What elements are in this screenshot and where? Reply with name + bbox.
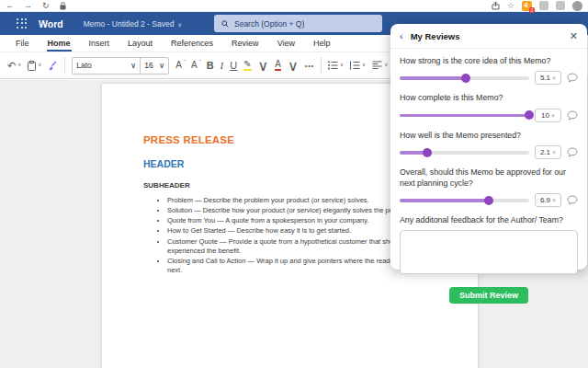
- question-label: How strong is the core idea of this Memo…: [400, 56, 578, 66]
- font-family-select[interactable]: Lato∨: [73, 58, 141, 74]
- chevron-down-icon: ∨: [130, 61, 136, 70]
- question-label: Overall, should this Memo be approved fo…: [400, 167, 578, 189]
- chevron-down-icon: ∨: [362, 63, 366, 68]
- paste-button[interactable]: ∨: [28, 61, 41, 71]
- panel-title: My Reviews: [411, 31, 570, 41]
- search-input[interactable]: Search (Option + Q): [214, 15, 382, 32]
- highlight-button[interactable]: ✎: [243, 60, 251, 71]
- review-question: How well is the Memo presented? 2.1 ×: [400, 131, 578, 159]
- chevron-down-icon: ∨: [258, 57, 269, 75]
- questions-container: How strong is the core idea of this Memo…: [400, 56, 578, 207]
- clear-score-icon[interactable]: ×: [552, 149, 556, 155]
- score-slider[interactable]: [400, 147, 529, 157]
- score-slider[interactable]: [400, 73, 529, 83]
- search-placeholder: Search (Option + Q): [234, 19, 304, 29]
- menu-item-help[interactable]: Help: [305, 36, 339, 52]
- paintbrush-icon: [48, 61, 58, 71]
- extension-icon[interactable]: [556, 1, 565, 10]
- score-value-box[interactable]: 5.1 ×: [535, 71, 561, 85]
- more-options-button[interactable]: •••: [305, 63, 314, 69]
- bold-button[interactable]: B: [207, 61, 214, 71]
- font-color-button[interactable]: A: [275, 60, 281, 71]
- score-value-box[interactable]: 10 ×: [535, 109, 561, 122]
- menu-item-insert[interactable]: Insert: [81, 36, 119, 52]
- feedback-textarea[interactable]: [400, 230, 578, 274]
- clear-score-icon[interactable]: ×: [552, 75, 556, 81]
- comment-bubble-icon[interactable]: [567, 73, 578, 83]
- underline-button[interactable]: U: [230, 61, 237, 71]
- chevron-down-icon: ∨: [159, 61, 164, 70]
- review-question: How strong is the core idea of this Memo…: [400, 56, 578, 85]
- numbered-list-icon: [350, 61, 360, 70]
- menu-item-file[interactable]: File: [7, 36, 38, 52]
- feedback-label: Any additonal feedback for the Author/ T…: [400, 215, 578, 224]
- score-value: 5.1: [540, 74, 550, 82]
- comment-bubble-icon[interactable]: [567, 195, 578, 205]
- question-label: How well is the Memo presented?: [400, 131, 578, 141]
- bookmark-star-icon[interactable]: ☆: [507, 2, 514, 10]
- reviews-extension-icon[interactable]: 4 0: [522, 1, 532, 11]
- italic-button[interactable]: I: [220, 61, 224, 71]
- chevron-down-icon: ∨: [17, 63, 21, 68]
- panel-body: How strong is the core idea of this Memo…: [390, 49, 587, 309]
- menu-item-home[interactable]: Home: [40, 36, 79, 52]
- browser-back-icon[interactable]: ←: [6, 2, 14, 10]
- bullet-list-button[interactable]: ∨: [328, 61, 344, 70]
- menu-item-review[interactable]: Review: [223, 36, 267, 52]
- score-slider[interactable]: [400, 110, 529, 121]
- menu-item-references[interactable]: References: [163, 36, 221, 52]
- comment-bubble-icon[interactable]: [567, 147, 578, 157]
- slider-thumb-icon[interactable]: [461, 74, 470, 83]
- score-value-box[interactable]: 2.1 ×: [535, 145, 561, 159]
- question-label: How complete is this Memo?: [400, 93, 578, 103]
- shrink-font-button[interactable]: Aˇ: [191, 61, 200, 70]
- share-icon[interactable]: [492, 1, 500, 10]
- align-button[interactable]: ∨: [372, 61, 388, 70]
- comment-bubble-icon[interactable]: [567, 110, 578, 121]
- grow-font-button[interactable]: Aˆ: [175, 61, 185, 70]
- slider-thumb-icon[interactable]: [525, 110, 534, 120]
- browser-toolbar: ← → ↻ ☆ 4 0: [0, 0, 588, 12]
- score-value: 2.1: [540, 148, 550, 156]
- panel-header: ‹ My Reviews ✕: [390, 24, 587, 49]
- chevron-down-icon: ∨: [177, 22, 181, 28]
- browser-forward-icon[interactable]: →: [24, 2, 32, 10]
- chevron-down-icon: ∨: [340, 63, 344, 68]
- browser-profile-avatar[interactable]: [572, 1, 582, 11]
- score-slider[interactable]: [400, 195, 529, 205]
- undo-button[interactable]: ↶∨: [7, 61, 21, 71]
- font-size-select[interactable]: 16∨: [141, 58, 168, 74]
- app-name: Word: [39, 18, 63, 29]
- align-left-icon: [372, 61, 382, 70]
- score-value: 10: [541, 111, 549, 120]
- clipboard-icon: [28, 61, 36, 71]
- clear-score-icon[interactable]: ×: [552, 197, 556, 203]
- app-launcher-icon[interactable]: [17, 18, 28, 29]
- submit-review-button[interactable]: Submit Review: [449, 287, 528, 304]
- extension-icon[interactable]: [539, 1, 548, 10]
- search-icon: [221, 20, 229, 28]
- slider-thumb-icon[interactable]: [484, 196, 493, 205]
- numbered-list-button[interactable]: ∨: [350, 61, 366, 70]
- back-chevron-icon[interactable]: ‹: [400, 31, 403, 41]
- review-question: How complete is this Memo? 10 ×: [400, 93, 578, 121]
- clear-score-icon[interactable]: ×: [551, 112, 555, 119]
- close-icon[interactable]: ✕: [570, 31, 578, 41]
- format-painter-button[interactable]: [48, 61, 58, 71]
- score-value: 6.9: [540, 196, 550, 204]
- my-reviews-panel: ‹ My Reviews ✕ How strong is the core id…: [390, 24, 587, 270]
- extension-badge: 0: [529, 7, 535, 13]
- chevron-down-icon: ∨: [288, 57, 299, 75]
- document-title[interactable]: Memo - Untitled 2 - Saved∨: [84, 19, 182, 29]
- bullet-list-icon: [328, 61, 338, 70]
- browser-reload-icon[interactable]: ↻: [42, 2, 50, 10]
- menu-item-view[interactable]: View: [269, 36, 303, 52]
- review-question: Overall, should this Memo be approved fo…: [400, 167, 578, 207]
- menu-item-layout[interactable]: Layout: [119, 36, 161, 52]
- lock-icon: [60, 2, 66, 10]
- slider-thumb-icon[interactable]: [423, 148, 432, 157]
- chevron-down-icon: ∨: [38, 63, 41, 68]
- chevron-down-icon: ∨: [384, 63, 388, 68]
- score-value-box[interactable]: 6.9 ×: [535, 193, 561, 207]
